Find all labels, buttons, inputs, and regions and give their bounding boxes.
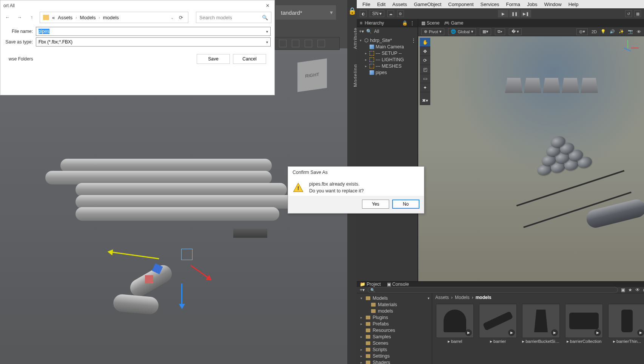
draw-mode-icon[interactable]: ◎▾ (576, 28, 588, 35)
rect-tool-icon[interactable]: ▭ (420, 74, 430, 83)
filter-icon[interactable]: ▣ (621, 287, 625, 293)
breadcrumb-part[interactable]: models (103, 15, 119, 20)
hand-tool-icon[interactable]: ✋ (420, 38, 430, 47)
rotate-tool-icon[interactable]: ⟳ (420, 56, 430, 65)
expand-arrow-icon[interactable]: ▸ (365, 58, 368, 62)
kebab-icon[interactable]: ⋮ (411, 37, 418, 43)
hidden-icon[interactable]: 👁 (635, 287, 640, 293)
play-button[interactable]: ▶ (498, 10, 508, 17)
search-icon[interactable]: 🔍 (366, 29, 372, 34)
view-cube[interactable]: RIGHT (297, 59, 327, 92)
snap-icon[interactable]: � ▾ (509, 28, 522, 35)
refresh-icon[interactable]: ⟳ (177, 15, 185, 20)
menu-assets[interactable]: Assets (389, 2, 410, 7)
panel-tool-2[interactable] (292, 40, 299, 47)
close-icon[interactable]: ✕ (264, 3, 271, 8)
menu-forma[interactable]: Forma (502, 2, 524, 7)
custom-tool-icon[interactable]: ✖▾ (420, 96, 430, 105)
crumb-part[interactable]: Models (455, 295, 470, 300)
asset-item[interactable]: ▶▸ barrel (436, 304, 474, 364)
scene-view[interactable]: ▦ Scene 🎮 Game ⊕Pivot▾ 🌐Global▾ ▦▾ ⧉▾ � … (418, 19, 644, 281)
scene-root[interactable]: ▾ ⬡ hdrp_Site* ⋮ (357, 37, 418, 43)
menu-window[interactable]: Window (541, 2, 565, 7)
crumb-part[interactable]: models (476, 295, 491, 300)
expand-arrow-icon[interactable]: ▾ (360, 39, 363, 42)
folder-node[interactable]: ▸Plugins (357, 314, 432, 321)
grid-snap-icon[interactable]: ▦▾ (480, 28, 491, 35)
menu-component[interactable]: Component (445, 2, 477, 7)
axis-x-icon[interactable] (631, 48, 639, 48)
gizmo-plane-blue[interactable] (152, 263, 163, 274)
layout-icon[interactable]: ▦ (634, 10, 641, 17)
lighting-toggle-icon[interactable]: 💡 (601, 29, 606, 34)
browse-folders-link[interactable]: wse Folders (9, 56, 33, 62)
asset-item[interactable]: ▶▸ barrierBucketSing... (522, 304, 560, 364)
tab-scene[interactable]: ▦ Scene (421, 20, 439, 26)
menu-help[interactable]: Help (565, 2, 582, 7)
asset-item[interactable]: ▶▸ barrierCollection (565, 304, 603, 364)
scale-tool-icon[interactable]: ◰ (420, 65, 430, 74)
increment-snap-icon[interactable]: ⧉▾ (495, 28, 505, 35)
folder-node[interactable]: ▾Models▾ (357, 295, 432, 301)
sn-dropdown[interactable]: SN▾ (370, 10, 384, 17)
tab-project[interactable]: 📁 Project (360, 282, 381, 287)
folder-node[interactable]: Scenes (357, 340, 432, 346)
panel-tool-3[interactable] (305, 40, 312, 47)
tree-node[interactable]: ▸--- SETUP -- (357, 50, 418, 56)
gizmo-axis-yellow[interactable] (110, 251, 159, 259)
breadcrumb-part[interactable]: Assets (58, 15, 72, 20)
tree-node[interactable]: pipes (357, 69, 418, 76)
cloud-icon[interactable]: ☁ (387, 10, 394, 17)
hierarchy-tab[interactable]: ≡ Hierarchy 🔒 ⋮ (357, 19, 418, 27)
undo-history-icon[interactable]: ↺ (625, 10, 632, 17)
forward-button[interactable]: → (15, 13, 24, 22)
chevron-down-icon[interactable]: ⌄ (171, 15, 174, 20)
lock-icon[interactable]: 🔒 (348, 7, 356, 15)
save-button[interactable]: Save (197, 54, 230, 64)
tree-node[interactable]: ▸--- MESHES (357, 63, 418, 69)
step-button[interactable]: ▶❚ (521, 10, 531, 17)
camera-toggle-icon[interactable]: 📷 (628, 29, 633, 34)
folder-node[interactable]: ▸Scripts (357, 346, 432, 353)
panel-tool-1[interactable] (279, 40, 287, 47)
favorite-icon[interactable]: ★ (628, 287, 632, 293)
move-gizmo[interactable] (121, 249, 219, 310)
folder-node[interactable]: ▸Samples (357, 333, 432, 340)
toggle-2d[interactable]: 2D (592, 29, 597, 34)
crumb-part[interactable]: Assets (435, 295, 449, 300)
search-input[interactable]: Search models 🔍 (196, 12, 271, 23)
transform-tool-icon[interactable]: ✦ (420, 83, 430, 92)
menu-file[interactable]: File (359, 2, 374, 7)
orientation-gizmo[interactable] (622, 39, 640, 57)
folder-node[interactable]: ▸Shaders (357, 359, 432, 364)
cancel-button[interactable]: Cancel (233, 54, 266, 64)
add-button[interactable]: +▾ (359, 29, 364, 34)
add-button[interactable]: +▾ (360, 287, 365, 293)
lock-icon[interactable]: 🔒 (402, 20, 408, 26)
tree-node[interactable]: ▸--- LIGHTING (357, 56, 418, 63)
gizmos-toggle-icon[interactable]: 👁 (637, 29, 641, 34)
account-icon[interactable]: ◐ (360, 10, 367, 17)
tab-game[interactable]: 🎮 Game (444, 20, 463, 26)
gizmo-center[interactable] (181, 249, 193, 260)
breadcrumb[interactable]: « Assets › Models › models ⌄ ⟳ (40, 12, 188, 23)
folder-node[interactable]: models (357, 308, 432, 314)
maya-shelf-tab[interactable]: tandard* ▾ (276, 5, 336, 20)
asset-item[interactable]: ▶▸ barrier (479, 304, 517, 364)
gizmo-axis-blue[interactable] (181, 283, 182, 306)
gizmo-plane-red[interactable] (145, 275, 153, 283)
kebab-icon[interactable]: ⋮ (410, 20, 414, 26)
tab-console[interactable]: ▣ Console (387, 282, 409, 287)
folder-node[interactable]: Resources (357, 327, 432, 333)
confirm-yes-button[interactable]: Yes (362, 200, 389, 209)
save-type-select[interactable]: Fbx (*.fbx;*.FBX) (36, 37, 271, 46)
folder-node[interactable]: ▸Prefabs (357, 321, 432, 327)
move-tool-icon[interactable]: ✥ (420, 47, 430, 56)
pivot-toggle[interactable]: ⊕Pivot▾ (421, 28, 444, 35)
menu-services[interactable]: Services (477, 2, 503, 7)
back-button[interactable]: ← (3, 13, 12, 22)
tree-node[interactable]: Main Camera (357, 43, 418, 50)
fx-toggle-icon[interactable]: ✨ (619, 29, 624, 34)
expand-arrow-icon[interactable]: ▸ (365, 64, 368, 68)
confirm-no-button[interactable]: No (392, 200, 419, 209)
